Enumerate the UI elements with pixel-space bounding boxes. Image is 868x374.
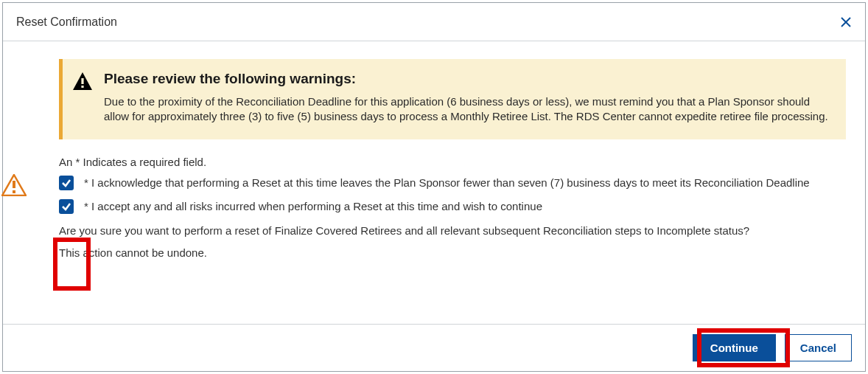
cancel-button[interactable]: Cancel xyxy=(785,334,852,361)
svg-rect-3 xyxy=(81,78,83,84)
warning-body: Due to the proximity of the Reconciliati… xyxy=(104,94,833,125)
dialog-header: Reset Confirmation xyxy=(3,3,865,41)
acknowledge-checkbox[interactable] xyxy=(59,176,74,190)
required-field-note: An * Indicates a required field. xyxy=(59,156,846,168)
svg-rect-7 xyxy=(13,190,15,193)
confirm-question: Are you sure you want to perform a reset… xyxy=(59,223,846,240)
checkbox-row: * I acknowledge that performing a Reset … xyxy=(59,176,846,190)
continue-button[interactable]: Continue xyxy=(693,334,776,361)
checkbox-label: * I acknowledge that performing a Reset … xyxy=(84,176,810,189)
svg-rect-6 xyxy=(13,181,15,188)
dialog-footer: Continue Cancel xyxy=(3,324,865,371)
cannot-undo-note: This action cannot be undone. xyxy=(59,246,846,259)
warning-heading: Please review the following warnings: xyxy=(104,71,833,87)
annotation-highlight-box xyxy=(53,238,91,291)
checkbox-row: * I accept any and all risks incurred wh… xyxy=(59,199,846,214)
checkbox-label: * I accept any and all risks incurred wh… xyxy=(84,200,542,212)
accept-risk-checkbox[interactable] xyxy=(59,199,74,214)
reset-confirmation-dialog: Reset Confirmation Please review the fol xyxy=(2,2,866,372)
dialog-title: Reset Confirmation xyxy=(16,15,117,29)
callout-triangle-icon xyxy=(1,174,27,199)
warning-triangle-icon xyxy=(73,72,92,125)
dialog-body: Please review the following warnings: Du… xyxy=(3,41,865,324)
warning-banner: Please review the following warnings: Du… xyxy=(59,59,846,139)
svg-rect-4 xyxy=(81,86,83,88)
close-icon[interactable] xyxy=(840,16,852,28)
